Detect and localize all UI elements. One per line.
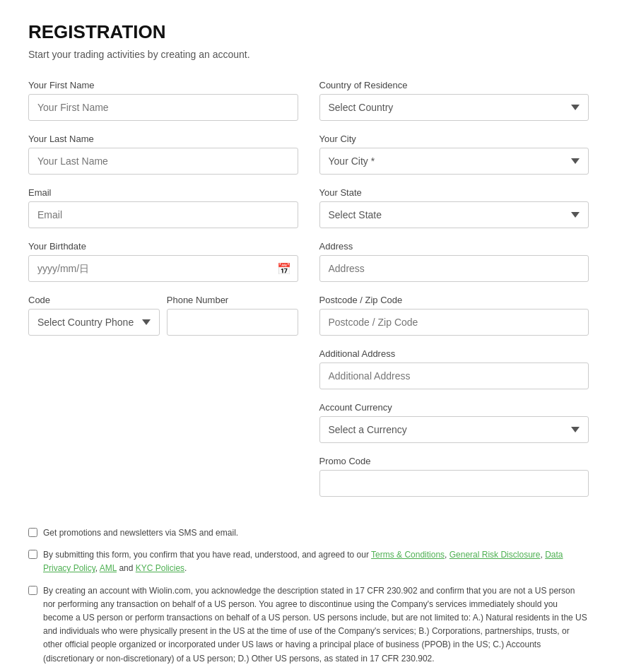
currency-select[interactable]: Select a Currency bbox=[319, 416, 589, 443]
us-person-text: By creating an account with Wiolin.com, … bbox=[43, 584, 589, 666]
us-person-row: By creating an account with Wiolin.com, … bbox=[28, 584, 589, 666]
state-select[interactable]: Select State bbox=[319, 201, 589, 228]
code-label: Code bbox=[28, 295, 160, 305]
state-group: Your State Select State bbox=[319, 187, 589, 228]
phone-input[interactable] bbox=[167, 309, 298, 336]
first-name-label: Your First Name bbox=[28, 80, 298, 90]
email-group: Email bbox=[28, 187, 298, 228]
additional-address-input[interactable] bbox=[319, 362, 589, 389]
code-group: Code Select Country Phone bbox=[28, 295, 160, 336]
promo-label: Promo Code bbox=[319, 456, 589, 466]
page-title: REGISTRATION bbox=[28, 21, 589, 43]
phone-row: Code Select Country Phone Phone Number bbox=[28, 295, 298, 336]
terms-checkbox[interactable] bbox=[28, 550, 37, 559]
registration-form: Your First Name Your Last Name Email You… bbox=[28, 80, 589, 509]
risk-disclosure-link[interactable]: General Risk Disclosure bbox=[449, 550, 541, 560]
promotions-text: Get promotions and newsletters via SMS a… bbox=[43, 526, 238, 540]
birthdate-group: Your Birthdate 📅 bbox=[28, 241, 298, 282]
left-column: Your First Name Your Last Name Email You… bbox=[28, 80, 298, 509]
first-name-group: Your First Name bbox=[28, 80, 298, 121]
last-name-label: Your Last Name bbox=[28, 134, 298, 144]
us-person-checkbox[interactable] bbox=[28, 586, 37, 595]
address-label: Address bbox=[319, 241, 589, 252]
city-select[interactable]: Your City * bbox=[319, 148, 589, 175]
state-label: Your State bbox=[319, 187, 589, 198]
terms-conditions-link[interactable]: Terms & Conditions bbox=[371, 550, 445, 560]
phone-group: Code Select Country Phone Phone Number bbox=[28, 295, 298, 336]
birthdate-input-wrapper: 📅 bbox=[28, 255, 298, 282]
email-input[interactable] bbox=[28, 201, 298, 228]
kyc-link[interactable]: KYC Policies bbox=[136, 563, 184, 573]
city-group: Your City Your City * bbox=[319, 134, 589, 175]
last-name-group: Your Last Name bbox=[28, 134, 298, 175]
additional-address-group: Additional Address bbox=[319, 348, 589, 389]
last-name-input[interactable] bbox=[28, 148, 298, 175]
promo-input[interactable] bbox=[319, 470, 589, 497]
first-name-input[interactable] bbox=[28, 94, 298, 121]
terms-text: By submitting this form, you confirm tha… bbox=[43, 548, 589, 575]
email-label: Email bbox=[28, 187, 298, 198]
city-label: Your City bbox=[319, 134, 589, 144]
postcode-input[interactable] bbox=[319, 309, 589, 336]
promotions-row: Get promotions and newsletters via SMS a… bbox=[28, 526, 589, 540]
postcode-label: Postcode / Zip Code bbox=[319, 295, 589, 305]
birthdate-input[interactable] bbox=[28, 255, 298, 282]
phone-number-group: Phone Number bbox=[167, 295, 298, 336]
checkboxes-group: Get promotions and newsletters via SMS a… bbox=[28, 526, 589, 666]
country-label: Country of Residence bbox=[319, 80, 589, 90]
address-group: Address bbox=[319, 241, 589, 282]
phone-label: Phone Number bbox=[167, 295, 298, 305]
promo-group: Promo Code bbox=[319, 456, 589, 497]
currency-group: Account Currency Select a Currency bbox=[319, 402, 589, 443]
currency-label: Account Currency bbox=[319, 402, 589, 413]
promotions-checkbox[interactable] bbox=[28, 528, 37, 537]
country-group: Country of Residence Select Country bbox=[319, 80, 589, 121]
code-select[interactable]: Select Country Phone bbox=[28, 309, 160, 336]
birthdate-label: Your Birthdate bbox=[28, 241, 298, 252]
address-input[interactable] bbox=[319, 255, 589, 282]
additional-address-label: Additional Address bbox=[319, 348, 589, 359]
page-subtitle: Start your trading activities by creatin… bbox=[28, 49, 589, 60]
right-column: Country of Residence Select Country Your… bbox=[319, 80, 589, 509]
country-select[interactable]: Select Country bbox=[319, 94, 589, 121]
postcode-group: Postcode / Zip Code bbox=[319, 295, 589, 336]
terms-row: By submitting this form, you confirm tha… bbox=[28, 548, 589, 575]
aml-link[interactable]: AML bbox=[100, 563, 117, 573]
